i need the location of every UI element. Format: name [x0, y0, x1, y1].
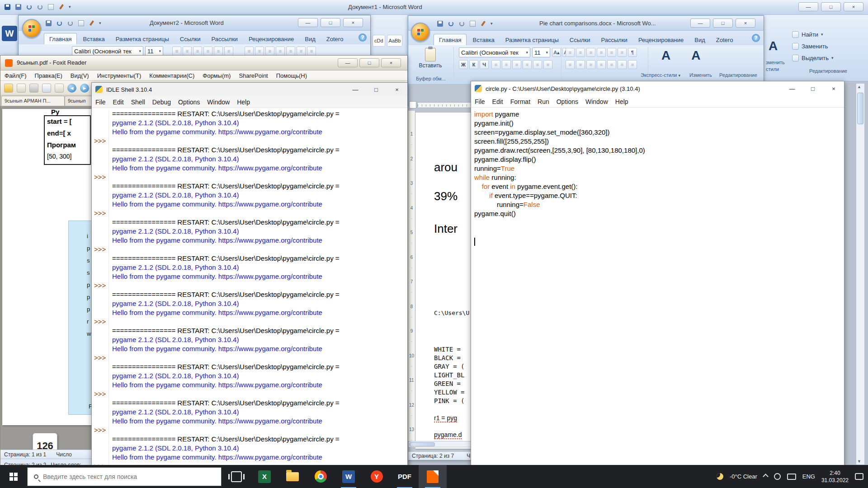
taskbar-chrome[interactable] [307, 465, 335, 488]
doc2-maximize-button[interactable]: □ [321, 18, 340, 27]
redo-icon[interactable] [458, 20, 465, 27]
shell-close-button[interactable]: × [387, 83, 407, 96]
find-button[interactable]: Найти▾ [792, 28, 864, 40]
clock[interactable]: 2:40 31.03.2022 [821, 469, 849, 484]
notification-icon[interactable] [855, 473, 863, 480]
scroll-down-icon[interactable]: ▼ [857, 459, 861, 464]
ribbon-tab[interactable]: Разметка страницы [111, 33, 174, 44]
document-tab[interactable]: 9сынып АРМАН П... [1, 96, 65, 106]
next-page-icon[interactable]: ▶ [80, 84, 89, 93]
bullets-icon[interactable] [566, 48, 575, 57]
document-tab[interactable]: 9сынып [65, 96, 93, 106]
shell-titlebar[interactable]: IDLE Shell 3.10.4 — □ × [92, 83, 407, 96]
word-count-label[interactable]: Число [56, 451, 72, 458]
menu-item[interactable]: Help [233, 97, 254, 107]
bullets-icon[interactable] [172, 47, 181, 56]
office-button[interactable] [22, 19, 41, 38]
align-right-icon[interactable] [265, 47, 274, 56]
editor-maximize-button[interactable]: □ [802, 81, 823, 96]
ribbon-tab[interactable]: Zotero [321, 33, 349, 44]
numbering-icon[interactable] [576, 48, 585, 57]
ribbon-tab[interactable]: Вставка [467, 34, 499, 45]
weather-moon-icon[interactable] [717, 473, 723, 480]
multilevel-list-icon[interactable] [193, 47, 202, 56]
pie-titlebar[interactable]: ▾ Pie chart comparisons.docx - Microsoft… [408, 16, 764, 31]
doc2-minimize-button[interactable]: — [298, 18, 318, 27]
search-input[interactable] [43, 473, 206, 480]
ribbon-tab[interactable]: Zotero [711, 34, 738, 45]
highlight-icon[interactable] [533, 60, 542, 69]
change-styles-icon[interactable]: А [769, 39, 778, 53]
redo-icon[interactable] [36, 3, 43, 10]
doc1-minimize-button[interactable]: — [798, 2, 818, 11]
taskbar-search[interactable] [27, 467, 222, 486]
undo-icon[interactable] [447, 20, 454, 27]
align-right-icon[interactable] [586, 60, 595, 69]
format-brush-icon[interactable] [88, 19, 95, 27]
menu-item[interactable]: Вид(V) [66, 71, 93, 80]
ribbon-tab[interactable]: Рецензирование [244, 33, 299, 44]
table-icon[interactable] [47, 3, 54, 10]
borders-icon[interactable] [307, 47, 316, 56]
menu-item[interactable]: Shell [127, 97, 149, 107]
ribbon-tab[interactable]: Рассылки [207, 33, 243, 44]
font-size-select[interactable]: 11▾ [145, 46, 163, 56]
save-icon[interactable] [17, 84, 26, 93]
menu-item[interactable]: Window [203, 97, 233, 107]
foxit-maximize-button[interactable]: □ [359, 58, 379, 67]
decrease-indent-icon[interactable] [203, 47, 212, 56]
weather-widget[interactable]: -0°C Clear [730, 473, 757, 480]
editor-close-button[interactable]: × [823, 81, 844, 96]
pie-minimize-button[interactable]: — [690, 19, 710, 28]
change-case-icon[interactable] [523, 60, 532, 69]
doc1-maximize-button[interactable]: □ [821, 2, 841, 11]
font-size-select[interactable]: 11▾ [532, 47, 550, 57]
paste-button[interactable]: Вставить [418, 48, 443, 74]
taskbar-foxit-reader[interactable] [419, 465, 447, 488]
editing-collapsed-label[interactable]: Редактирование [719, 72, 757, 78]
ribbon-tab[interactable]: Главная [44, 33, 77, 44]
format-brush-icon[interactable] [58, 3, 65, 10]
pie-horizontal-scrollbar[interactable] [408, 441, 471, 447]
menu-item[interactable]: Инструменты(T) [93, 71, 146, 80]
align-left-icon[interactable] [566, 60, 575, 69]
numbering-icon[interactable] [183, 47, 192, 56]
open-icon[interactable] [4, 84, 13, 93]
font-color-icon[interactable] [543, 60, 552, 69]
shading-icon[interactable] [297, 47, 306, 56]
ribbon-tab[interactable]: Главная [434, 34, 467, 45]
menu-item[interactable]: Формы(m) [198, 71, 235, 80]
menu-item[interactable]: SharePoint [235, 71, 272, 80]
menu-item[interactable]: Edit [489, 97, 507, 107]
ribbon-tab[interactable]: Вставка [78, 33, 109, 44]
page-indicator[interactable]: Страница: 2 из 7 [412, 453, 454, 459]
editor-minimize-button[interactable]: — [782, 81, 802, 96]
change-styles-label-2[interactable]: стили [766, 66, 779, 72]
menu-item[interactable]: Options [175, 97, 203, 107]
previous-page-icon[interactable]: ◀ [67, 84, 76, 93]
table-icon[interactable] [77, 19, 85, 27]
taskbar-yandex[interactable]: Y [363, 465, 391, 488]
save-icon[interactable] [14, 3, 22, 10]
pie-maximize-button[interactable]: □ [713, 19, 733, 28]
font-style-button[interactable]: К [469, 60, 478, 69]
superscript-icon[interactable] [512, 60, 521, 69]
taskbar-explorer[interactable] [278, 465, 307, 488]
style-gallery-item[interactable]: AaBb [387, 35, 403, 47]
table-icon[interactable] [469, 20, 476, 27]
ribbon-tab[interactable]: Разметка страницы [500, 34, 564, 45]
editor-titlebar[interactable]: circle.py - C:\Users\User\Desktop\pygame… [471, 81, 844, 96]
font-name-select[interactable]: Calibri (Основной тек▾ [72, 46, 143, 56]
ribbon-tab[interactable]: Вид [300, 33, 321, 44]
menu-item[interactable]: Помощь(H) [272, 71, 311, 80]
taskbar-foxit-pdf[interactable]: PDF [391, 465, 419, 488]
justify-icon[interactable] [597, 60, 606, 69]
menu-item[interactable]: Файл(F) [0, 71, 31, 80]
tray-app-icon[interactable] [774, 473, 781, 480]
menu-item[interactable]: Run [534, 97, 553, 107]
grow-font-icon[interactable]: A▴ [552, 48, 561, 57]
align-center-icon[interactable] [576, 60, 585, 69]
ribbon-tab[interactable]: Рассылки [596, 34, 632, 45]
quick-style-icon[interactable]: А [661, 49, 670, 62]
font-name-select[interactable]: Calibri (Основной тек▾ [459, 47, 530, 57]
